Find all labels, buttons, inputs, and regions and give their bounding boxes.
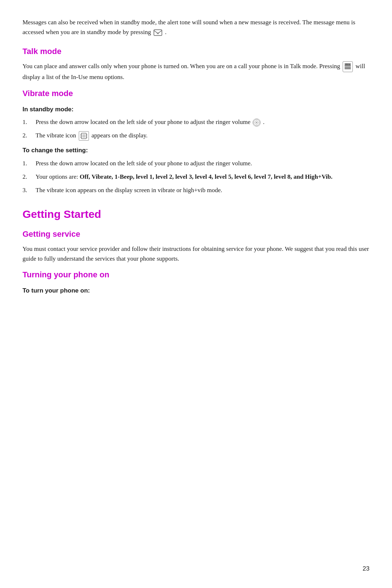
standby-item-1-text: Press the down arrow located on the left… <box>36 117 369 127</box>
svg-rect-17 <box>82 134 85 138</box>
standby-list-item-2: 2. The vibrate icon appears on the displ… <box>23 131 369 141</box>
standby-list: 1. Press the down arrow located on the l… <box>23 117 369 141</box>
svg-text:✉: ✉ <box>157 32 159 35</box>
ringer-icon <box>253 119 261 127</box>
standby-item-2-text: The vibrate icon appears on the display. <box>36 131 369 141</box>
vibrate-mode-heading: Vibrate mode <box>23 87 369 100</box>
menu-icon: MENU <box>343 61 353 72</box>
svg-rect-3 <box>345 65 351 66</box>
standby-list-item-1: 1. Press the down arrow located on the l… <box>23 117 369 127</box>
talk-mode-text1: You can place and answer calls only when… <box>23 63 340 70</box>
vibrate-icon <box>79 131 89 141</box>
change-number-1: 1. <box>23 158 36 168</box>
list-number-2: 2. <box>23 131 36 140</box>
talk-mode-body: You can place and answer calls only when… <box>23 61 369 82</box>
change-number-2: 2. <box>23 172 36 182</box>
message-icon: ✉ <box>153 28 163 37</box>
to-change-label: To change the setting: <box>23 146 369 155</box>
intro-paragraph: Messages can also be received when in st… <box>23 17 369 37</box>
in-standby-label: In standby mode: <box>23 105 369 114</box>
change-item-1-text: Press the down arrow located on the left… <box>36 158 369 168</box>
change-number-3: 3. <box>23 185 36 195</box>
page-number: 23 <box>363 564 369 573</box>
change-list-item-2: 2. Your options are: Off, Vibrate, 1-Bee… <box>23 172 369 182</box>
talk-mode-heading: Talk mode <box>23 45 369 58</box>
intro-text: Messages can also be received when in st… <box>23 19 355 36</box>
turning-on-heading: Turning your phone on <box>23 269 369 281</box>
getting-service-heading: Getting service <box>23 228 369 240</box>
change-list: 1. Press the down arrow located on the l… <box>23 158 369 195</box>
svg-rect-4 <box>345 67 351 68</box>
svg-point-9 <box>256 122 257 123</box>
getting-started-heading: Getting Started <box>23 206 369 223</box>
change-list-item-3: 3. The vibrate icon appears on the displ… <box>23 185 369 195</box>
getting-service-body: You must contact your service provider a… <box>23 244 369 264</box>
change-list-item-1: 1. Press the down arrow located on the l… <box>23 158 369 168</box>
svg-rect-5 <box>345 69 351 70</box>
list-number-1: 1. <box>23 117 36 127</box>
svg-text:MENU: MENU <box>345 63 351 65</box>
change-item-3-text: The vibrate icon appears on the display … <box>36 185 369 195</box>
intro-end: . <box>165 29 167 36</box>
change-item-2-text: Your options are: Off, Vibrate, 1-Beep, … <box>36 172 369 182</box>
turn-on-label: To turn your phone on: <box>23 286 369 295</box>
